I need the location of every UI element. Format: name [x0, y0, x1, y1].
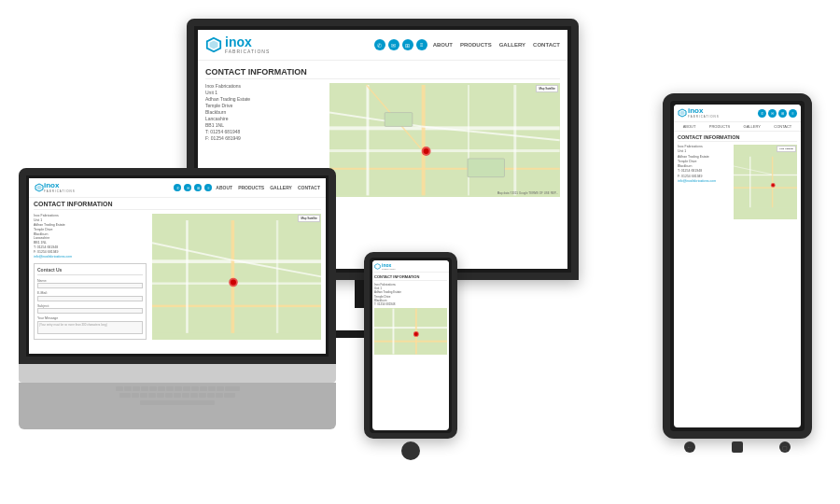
tablet-nav-products[interactable]: PRODUCTS	[709, 124, 730, 129]
tablet-body: CONTACT INFORMATION Inox Fabrications Un…	[674, 132, 801, 222]
monitor-site-header: inox FABRICATIONS ✆ ✉ ⊞ ≡ ABOUT	[198, 30, 567, 61]
contact-line-7: BB1 1NL	[205, 122, 320, 129]
form-message-field[interactable]: (Your entry must be no more than 300 cha…	[37, 321, 143, 334]
laptop-map-label[interactable]: Map	[301, 217, 306, 220]
tablet-user-icon: ≡	[789, 109, 797, 118]
tablet-page-title: CONTACT INFORMATION	[678, 134, 797, 142]
map-label[interactable]: Map	[539, 87, 544, 91]
laptop-site-nav: ABOUT PRODUCTS GALLERY CONTACT	[216, 185, 320, 190]
phone-body: CONTACT INFORMATION Inox Fabrications Un…	[372, 273, 449, 357]
nav-contact[interactable]: CONTACT	[533, 42, 560, 48]
email-icon: ✉	[388, 39, 399, 50]
laptop-hinge	[19, 364, 336, 383]
laptop-device: inox FABRICATIONS ✆ ✉ ⊞ ≡ ABOUT	[19, 168, 336, 429]
laptop-nav-icons: ✆ ✉ ⊞ ≡	[174, 184, 212, 191]
main-scene: inox FABRICATIONS ✆ ✉ ⊞ ≡ ABOUT	[0, 0, 840, 504]
contact-phone: T: 01254 681948	[205, 129, 320, 135]
svg-rect-24	[231, 220, 234, 333]
svg-rect-34	[393, 309, 395, 355]
svg-marker-39	[680, 111, 685, 116]
laptop-logo: inox FABRICATIONS	[35, 182, 76, 193]
contact-line-4: Temple Drive	[205, 103, 320, 109]
tablet-nav-gallery[interactable]: GALLERY	[744, 124, 761, 129]
laptop-screen-area: inox FABRICATIONS ✆ ✉ ⊞ ≡ ABOUT	[19, 168, 336, 364]
form-message-row: Your Message (Your entry must be no more…	[37, 315, 143, 334]
svg-rect-43	[749, 157, 750, 208]
tablet-site-nav: ABOUT PRODUCTS GALLERY CONTACT	[674, 122, 801, 132]
laptop-logo-fab: FABRICATIONS	[44, 189, 76, 193]
laptop-nav-contact[interactable]: CONTACT	[298, 185, 320, 190]
svg-rect-42	[734, 187, 797, 188]
form-message-label: Your Message	[37, 316, 58, 320]
nav-gallery[interactable]: GALLERY	[499, 42, 525, 48]
svg-rect-5	[329, 168, 560, 170]
laptop-site-body: CONTACT INFORMATION Inox Fabrications Un…	[29, 198, 326, 343]
svg-rect-33	[374, 341, 447, 343]
tablet-logo-text: inox	[688, 107, 720, 115]
nav-about[interactable]: ABOUT	[433, 42, 453, 48]
laptop-nav-gallery[interactable]: GALLERY	[270, 185, 292, 190]
phone-device: inox FABRICATIONS CONTACT INFORMATION In…	[364, 252, 457, 439]
laptop-nav-about[interactable]: ABOUT	[216, 185, 232, 190]
svg-rect-44	[772, 157, 773, 208]
tablet-nav-about[interactable]: ABOUT	[683, 124, 696, 129]
laptop-contact-info: Inox Fabrications Unit 1 Adhan Trading E…	[34, 214, 147, 340]
tablet-nav-contact[interactable]: CONTACT	[774, 124, 791, 129]
laptop-logo-icon	[35, 183, 44, 192]
tablet-satellite-label[interactable]: Satellite	[785, 147, 793, 150]
svg-marker-1	[210, 41, 218, 49]
svg-rect-15	[385, 113, 413, 127]
laptop-keyboard	[19, 383, 336, 429]
svg-rect-6	[367, 85, 370, 195]
contact-line-2: Unit 1	[205, 90, 320, 96]
tablet-header: inox FABRICATIONS ✆ ✉ ⊞ ≡	[674, 105, 801, 122]
svg-rect-31	[374, 309, 447, 355]
phone-header: inox FABRICATIONS	[372, 260, 449, 273]
contact-line-5: Blackburn	[205, 109, 320, 116]
nav-products[interactable]: PRODUCTS	[460, 42, 492, 48]
tablet-home-btn[interactable]	[732, 441, 743, 453]
phone-logo-fab: FABRICATIONS	[382, 268, 396, 270]
phone-home-button[interactable]	[401, 441, 420, 460]
laptop-contact-form: Contact Us Name: E-Mail:	[34, 263, 147, 340]
laptop-satellite-label[interactable]: Satellite	[307, 217, 317, 220]
phone-phone: T: 01254 681948	[374, 302, 447, 306]
form-message-hint: (Your entry must be no more than 300 cha…	[39, 323, 107, 327]
contact-line-6: Lancashire	[205, 116, 320, 122]
svg-rect-16	[468, 159, 504, 177]
form-name-field[interactable]	[37, 283, 143, 288]
svg-rect-23	[186, 220, 188, 333]
monitor-nav-icons: ✆ ✉ ⊞ ≡	[374, 39, 427, 50]
laptop-email: info@inoxfabrications.com	[34, 255, 147, 259]
form-email-field[interactable]	[37, 296, 143, 301]
monitor-site-nav: ABOUT PRODUCTS GALLERY CONTACT	[433, 42, 560, 48]
monitor-logo-text: inox	[225, 35, 270, 49]
svg-rect-2	[329, 85, 560, 195]
svg-rect-8	[468, 85, 469, 195]
tablet-device: inox FABRICATIONS ✆ ✉ ⊞ ≡ ABOUT PRODUCTS…	[663, 93, 812, 439]
form-subject-field[interactable]	[37, 308, 143, 314]
tablet-forward-btn[interactable]: ▢	[779, 441, 791, 453]
svg-rect-19	[152, 220, 321, 333]
monitor-logo-fab: FABRICATIONS	[225, 49, 270, 54]
tablet-map: Map Satellite	[734, 145, 797, 219]
form-subject-label: Subject:	[37, 304, 49, 308]
user-icon: ≡	[416, 39, 427, 50]
svg-rect-22	[152, 305, 321, 307]
tablet-frame: inox FABRICATIONS ✆ ✉ ⊞ ≡ ABOUT PRODUCTS…	[663, 93, 812, 439]
tablet-map-label[interactable]: Map	[779, 147, 784, 150]
phone-screen: inox FABRICATIONS CONTACT INFORMATION In…	[372, 260, 449, 430]
tablet-map-toggle: Map Satellite	[777, 146, 796, 152]
laptop-nav-products[interactable]: PRODUCTS	[238, 185, 264, 190]
tablet-bottom-bar: ← ▢	[663, 439, 812, 455]
svg-rect-25	[276, 220, 278, 333]
tablet-contact-info: Inox Fabrications Unit 1 Adhan Trading E…	[678, 145, 731, 219]
t-email: info@inoxfabrications.com	[678, 179, 731, 184]
laptop-map-toggle: Map Satellite	[298, 215, 320, 222]
laptop-contact-row: Inox Fabrications Unit 1 Adhan Trading E…	[34, 214, 321, 340]
tablet-back-btn[interactable]: ←	[684, 441, 695, 453]
satellite-label[interactable]: Satellite	[545, 87, 555, 91]
monitor-map-toggle: Map Satellite	[536, 85, 558, 92]
monitor-logo-icon	[205, 36, 222, 53]
tablet-map-icon: ⊞	[778, 109, 787, 118]
